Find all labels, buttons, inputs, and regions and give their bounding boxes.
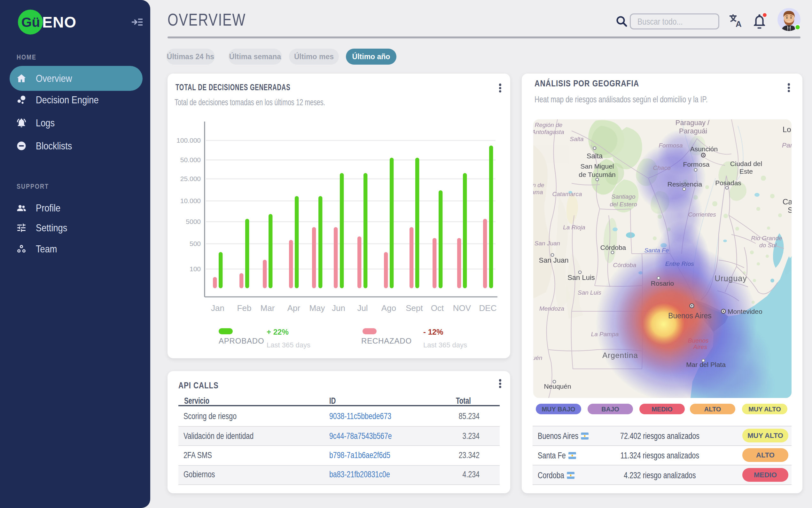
svg-text:May: May (309, 303, 325, 313)
svg-text:25.000: 25.000 (180, 175, 201, 182)
svg-text:NOV: NOV (453, 303, 471, 313)
svg-text:de Tucumán: de Tucumán (579, 171, 616, 178)
svg-text:Salta: Salta (570, 136, 583, 142)
svg-text:Santiago: Santiago (611, 193, 635, 200)
svg-text:Ciudad del: Ciudad del (730, 160, 762, 167)
svg-text:San Luis: San Luis (578, 289, 601, 296)
svg-text:Salta: Salta (587, 152, 603, 160)
svg-text:100: 100 (190, 265, 201, 272)
svg-text:n de: n de (533, 182, 544, 188)
svg-text:Mar: Mar (260, 303, 275, 313)
svg-text:Feb: Feb (237, 303, 252, 313)
svg-text:50.000: 50.000 (180, 156, 201, 164)
svg-text:Resistencia: Resistencia (668, 180, 702, 188)
svg-text:Argentina: Argentina (602, 351, 638, 359)
svg-text:Aires: Aires (693, 344, 707, 350)
svg-text:Paraguay /: Paraguay / (675, 119, 710, 127)
svg-text:5000: 5000 (186, 218, 201, 225)
svg-text:Mendoza: Mendoza (539, 305, 564, 312)
svg-text:100.000: 100.000 (177, 137, 201, 144)
svg-text:San Luis: San Luis (567, 273, 595, 282)
svg-text:Mar del Plata: Mar del Plata (686, 361, 726, 368)
svg-text:Buenos: Buenos (688, 337, 709, 344)
svg-text:del Estero: del Estero (610, 201, 637, 208)
svg-text:San Miguel: San Miguel (580, 163, 614, 170)
svg-text:San Juan: San Juan (539, 256, 569, 264)
svg-text:Sept: Sept (406, 303, 423, 313)
svg-text:Antofagasta: Antofagasta (533, 129, 564, 135)
svg-text:San Juan: San Juan (534, 240, 560, 247)
svg-text:S: S (788, 206, 792, 214)
svg-text:Córdoba: Córdoba (613, 262, 636, 268)
svg-text:La Pampa: La Pampa (591, 331, 619, 338)
svg-text:Entre Ríos: Entre Ríos (665, 260, 694, 267)
svg-text:Jul: Jul (357, 303, 368, 313)
svg-text:Uruguay: Uruguay (715, 274, 747, 283)
svg-text:Rio Grande: Rio Grande (751, 235, 782, 242)
svg-text:Corrientes: Corrientes (688, 211, 716, 218)
svg-text:Formosa: Formosa (683, 161, 710, 168)
svg-text:Posadas: Posadas (715, 179, 742, 186)
svg-text:A: A (735, 19, 742, 28)
svg-text:Catamarca: Catamarca (553, 190, 582, 197)
svg-text:ama: ama (533, 189, 543, 196)
svg-text:Formosa: Formosa (659, 142, 683, 149)
svg-text:Región de: Región de (535, 122, 563, 128)
svg-text:Paran: Paran (782, 141, 792, 149)
svg-text:Oct: Oct (431, 303, 444, 313)
svg-text:10.000: 10.000 (180, 197, 201, 204)
svg-text:Santa Fe: Santa Fe (644, 247, 669, 254)
svg-text:Chaco: Chaco (653, 164, 671, 171)
svg-text:DEC: DEC (479, 303, 497, 313)
svg-text:uquén: uquén (533, 354, 542, 361)
svg-text:Paraguái: Paraguái (679, 127, 707, 135)
svg-text:Asunción: Asunción (690, 145, 718, 153)
svg-text:Lon: Lon (782, 125, 792, 134)
svg-text:Jun: Jun (332, 303, 345, 313)
svg-text:Buenos Aires: Buenos Aires (668, 311, 712, 320)
svg-text:Neuquén: Neuquén (544, 383, 571, 390)
svg-text:Ago: Ago (381, 303, 396, 313)
svg-text:Caxi: Caxi (782, 197, 792, 206)
svg-text:Córdoba: Córdoba (601, 244, 626, 251)
svg-text:Apr: Apr (287, 303, 300, 313)
svg-text:500: 500 (190, 240, 201, 247)
svg-text:Jan: Jan (211, 303, 225, 313)
svg-text:Montevideo: Montevideo (728, 308, 762, 315)
svg-text:La Rioja: La Rioja (563, 224, 585, 230)
svg-text:Rosario: Rosario (651, 280, 674, 287)
svg-text:do Sul: do Sul (759, 242, 777, 249)
svg-text:Este: Este (739, 168, 753, 175)
